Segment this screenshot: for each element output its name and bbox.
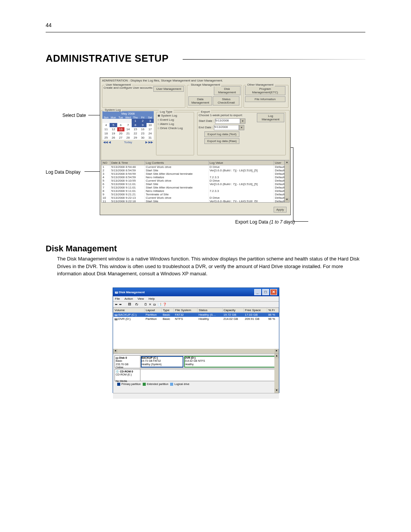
log-table: NODate & TimeLog ContentsLog ValueUser15…: [101, 160, 290, 203]
scroll-down-icon[interactable]: ▾: [285, 198, 289, 202]
scroll-right-icon[interactable]: ▸: [274, 349, 279, 353]
menu-help[interactable]: Help: [148, 297, 155, 300]
partition-c[interactable]: BACKUP (C:)19.73 GB FAT32Healthy (System…: [140, 356, 184, 368]
calendar-day-headers: SunMonTueWedThuFriSat: [102, 116, 154, 119]
tool-icon[interactable]: 📑: [158, 303, 163, 306]
annotation-export: Export Log Data (1 to 7 days): [235, 219, 295, 225]
scrollbar[interactable]: ▴ ▾: [284, 160, 289, 202]
end-date-input[interactable]: 5/13/2008: [214, 125, 239, 130]
file-information-button[interactable]: File Information: [245, 96, 285, 102]
toolbar[interactable]: ⬅➡ 🖾 🗘 🗒✕🗂📑❓: [113, 302, 279, 308]
calendar-grid[interactable]: 1234567891011121314151617181920212223242…: [102, 119, 154, 140]
admin-panel: ADMINISTRATION - Displays the Log files,…: [100, 77, 291, 215]
minimize-icon[interactable]: _: [254, 289, 261, 295]
refresh-icon[interactable]: 🗘: [135, 303, 140, 306]
cal-prev-icon[interactable]: ◀◀ ◀: [103, 141, 111, 144]
user-mgmt-label: Create and configure User accounts:: [104, 86, 153, 89]
scroll-left-icon[interactable]: ◂: [113, 349, 118, 353]
start-date-label: Start Date :: [199, 119, 214, 123]
group-log-type: Log Type: [159, 110, 174, 113]
menu-file[interactable]: File: [115, 297, 120, 300]
status-bar: [113, 393, 279, 399]
cal-next-icon[interactable]: ▶ ▶▶: [145, 141, 153, 144]
properties-icon[interactable]: 🗒: [144, 303, 149, 306]
group-user-management: User Management: [105, 83, 132, 86]
disk-row: 🖴 Disk 0Basic233.76 GBOnline BACKUP (C:)…: [115, 355, 277, 368]
maximize-icon[interactable]: □: [262, 289, 269, 295]
program-management-button[interactable]: Program Management(ETC): [245, 86, 285, 95]
admin-header: ADMINISTRATION - Displays the Log files,…: [100, 78, 290, 83]
heading-rule: [183, 59, 365, 60]
disk-layout: 🖴 Disk 0Basic233.76 GBOnline BACKUP (C:)…: [113, 353, 279, 393]
annotation-line: [293, 147, 293, 221]
radio-alarm-log[interactable]: ○ Alarm Log: [158, 122, 193, 126]
radio-event-log[interactable]: ○ Event Log: [158, 118, 193, 121]
radio-drive-check-log[interactable]: ○ Drive Check Log: [158, 126, 193, 130]
annotation-line: [84, 171, 100, 172]
annotation-log-display: Log Data Display: [46, 169, 80, 175]
apply-button[interactable]: Apply: [274, 207, 287, 212]
subsection-heading: Disk Management: [46, 244, 117, 254]
export-raw-button[interactable]: Export log data (Raw): [204, 138, 239, 144]
calendar-footer[interactable]: ◀◀ ◀Today▶ ▶▶: [102, 140, 154, 145]
scrollbar-horizontal[interactable]: ◂ ▸: [113, 349, 279, 353]
calendar[interactable]: May 2008 SunMonTueWedThuFriSat 123456789…: [102, 111, 154, 157]
volume-table: VolumeLayoutTypeFile SystemStatusCapacit…: [113, 308, 279, 353]
disk-management-button[interactable]: Disk Management: [214, 86, 241, 95]
start-date-input[interactable]: 5/13/2008: [215, 118, 240, 124]
section-heading: ADMINISTRATIVE SETUP: [46, 53, 169, 64]
menu-action[interactable]: Action: [124, 297, 133, 300]
header-rule: [46, 32, 365, 32]
user-management-button[interactable]: User Management: [153, 86, 184, 92]
status-check-button[interactable]: Status Check/Email: [213, 96, 239, 105]
scroll-up-icon[interactable]: ▴: [274, 354, 279, 358]
page-number: 44: [46, 22, 52, 28]
disk-management-window: 🖴 Disk Management _ □ ✕ FileActionViewHe…: [113, 288, 279, 393]
cdrom-empty: [140, 369, 277, 381]
group-storage-management: Storage Management: [190, 83, 221, 86]
annotation-line: [293, 221, 308, 222]
end-date-label: End Date :: [199, 126, 213, 129]
dropdown-icon[interactable]: ▾: [240, 118, 245, 124]
disk-label: 🖴 Disk 0Basic233.76 GBOnline: [115, 356, 140, 368]
export-text-button[interactable]: Export log data (Text): [204, 131, 239, 137]
group-system-log: System Log: [104, 108, 122, 112]
close-icon[interactable]: ✕: [270, 289, 277, 295]
group-export: Export: [200, 110, 211, 113]
scrollbar[interactable]: ▴ ▾: [274, 354, 279, 393]
group-other-management: Other Management: [246, 83, 275, 86]
cdrom-label: 💿 CD-ROM 0CD-ROM (E:)No Media: [115, 369, 140, 381]
calendar-month: May 2008: [102, 111, 154, 116]
dropdown-icon[interactable]: ▾: [239, 125, 244, 130]
annotation-select-date: Select Date: [62, 113, 86, 118]
forward-icon[interactable]: ➡: [119, 303, 123, 306]
back-icon[interactable]: ⬅: [115, 303, 119, 306]
log-management-button[interactable]: Log Management: [257, 113, 284, 122]
partition-d[interactable]: DVR (D:)214.02 GB NTFSHealthy: [184, 356, 277, 368]
scroll-up-icon[interactable]: ▴: [285, 160, 289, 165]
window-icon: 🖴: [115, 291, 118, 294]
body-paragraph: The Disk Management window is a native W…: [57, 255, 365, 278]
help-icon[interactable]: ❓: [163, 303, 168, 306]
menu-view[interactable]: View: [137, 297, 144, 300]
up-icon[interactable]: 🖾: [128, 303, 132, 306]
export-choose-label: Choose 1-week period to export:: [199, 113, 245, 117]
window-titlebar[interactable]: 🖴 Disk Management _ □ ✕: [113, 288, 279, 296]
menu-bar[interactable]: FileActionViewHelp: [113, 296, 279, 302]
tool-icon[interactable]: 🗂: [153, 303, 158, 306]
scroll-down-icon[interactable]: ▾: [274, 388, 279, 393]
radio-system-log[interactable]: ◉ System Log: [158, 114, 193, 117]
cdrom-row: 💿 CD-ROM 0CD-ROM (E:)No Media: [115, 369, 277, 381]
delete-icon[interactable]: ✕: [149, 303, 153, 306]
legend: Primary partition Extended partition Log…: [115, 382, 277, 387]
data-management-button[interactable]: Data Management: [188, 96, 212, 105]
